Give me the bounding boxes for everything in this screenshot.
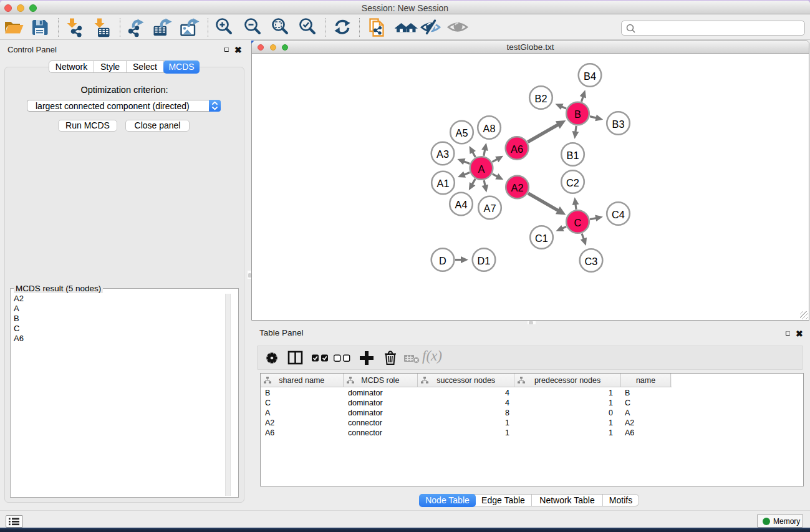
svg-text:C4: C4: [612, 209, 625, 220]
svg-text:C3: C3: [585, 256, 598, 267]
svg-text:B3: B3: [612, 118, 625, 130]
svg-text:C1: C1: [535, 233, 548, 244]
svg-text:B2: B2: [535, 93, 547, 104]
svg-text:A3: A3: [436, 148, 449, 160]
svg-text:A2: A2: [511, 182, 524, 193]
svg-text:B4: B4: [584, 70, 596, 82]
svg-text:A1: A1: [437, 178, 450, 189]
svg-text:C: C: [574, 217, 582, 228]
svg-text:D: D: [439, 255, 446, 266]
svg-text:A5: A5: [456, 127, 468, 138]
svg-text:D1: D1: [478, 255, 491, 266]
svg-text:A4: A4: [455, 199, 468, 210]
svg-text:C2: C2: [566, 177, 579, 188]
svg-text:A: A: [478, 163, 485, 175]
svg-text:B1: B1: [567, 150, 579, 161]
svg-text:A7: A7: [484, 203, 496, 214]
svg-text:A6: A6: [511, 143, 523, 155]
svg-text:B: B: [574, 109, 581, 120]
svg-text:A8: A8: [483, 123, 496, 134]
